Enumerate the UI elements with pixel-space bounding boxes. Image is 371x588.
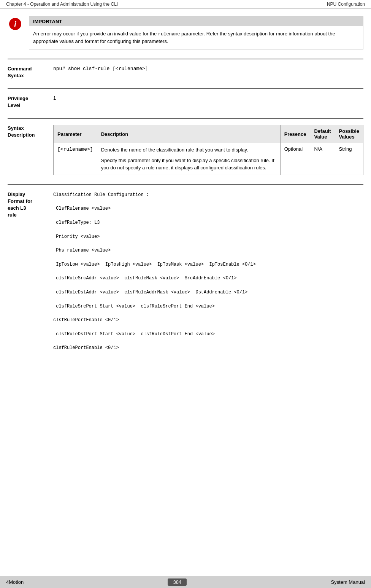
table-row: [<rulename>] Denotes the name of the cla…: [54, 143, 363, 175]
display-line-5: Phs rulename <value>: [53, 247, 363, 255]
syntax-table: Parameter Description Presence DefaultVa…: [53, 125, 363, 175]
table-header-row: Parameter Description Presence DefaultVa…: [54, 125, 363, 143]
col-default: DefaultValue: [310, 125, 335, 143]
col-possible: PossibleValues: [335, 125, 363, 143]
display-line-8: clsfRuleDstAddr <value> clsfRuleAddrMask…: [53, 288, 363, 297]
syntax-description-section: Syntax Description Parameter Description…: [8, 118, 363, 175]
presence-cell: Optional: [280, 143, 310, 175]
display-line-9: clsfRuleSrcPort Start <value> clsfRuleSr…: [53, 303, 363, 311]
display-format-body: Classification Rule Configuration : Clsf…: [53, 191, 363, 358]
param-cell: [<rulename>]: [54, 143, 97, 175]
important-content: IMPORTANT An error may occur if you prov…: [29, 16, 363, 49]
page-header: Chapter 4 - Operation and Administration…: [0, 0, 371, 9]
possible-cell: String: [335, 143, 363, 175]
header-left: Chapter 4 - Operation and Administration…: [6, 2, 118, 7]
header-right: NPU Configuration: [327, 2, 365, 7]
col-description: Description: [97, 125, 280, 143]
footer-center: 384: [168, 578, 187, 586]
privilege-section: Privilege Level 1: [8, 88, 363, 109]
important-text-before: An error may occur if you provide an inv…: [33, 31, 158, 37]
privilege-label: Privilege Level: [8, 95, 53, 109]
main-content: i IMPORTANT An error may occur if you pr…: [0, 9, 371, 375]
command-syntax-label: Command Syntax: [8, 65, 53, 79]
privilege-body: 1: [53, 95, 363, 101]
col-parameter: Parameter: [54, 125, 97, 143]
display-format-section: Display Format for each L3 rule Classifi…: [8, 184, 363, 358]
display-line-10: clsfRuleDstPort Start <value> clsfRuleDs…: [53, 330, 363, 339]
syntax-description-body: Parameter Description Presence DefaultVa…: [53, 125, 363, 175]
display-line-3: clsfRuleType: L3: [53, 219, 363, 227]
page-footer: 4Motion 384 System Manual: [0, 576, 371, 588]
display-line-10b: clsfRulePortEnable <0/1>: [53, 344, 363, 352]
info-icon: i: [9, 18, 21, 30]
important-header: IMPORTANT: [29, 17, 363, 26]
default-cell: N/A: [310, 143, 335, 175]
desc-cell: Denotes the name of the classification r…: [97, 143, 280, 175]
desc-p2: Specify this parameter only if you want …: [101, 157, 276, 172]
display-line-9b: clsfRulePortEnable <0/1>: [53, 316, 363, 325]
command-syntax-value: npu# show clsf-rule [<rulename>]: [53, 66, 148, 72]
command-syntax-body: npu# show clsf-rule [<rulename>]: [53, 65, 363, 72]
footer-left: 4Motion: [6, 579, 24, 585]
important-box: i IMPORTANT An error may occur if you pr…: [8, 16, 363, 49]
display-line-7: clsfRuleSrcAddr <value> clsfRuleMask <va…: [53, 274, 363, 283]
important-icon-container: i: [8, 16, 23, 32]
display-line-4: Priority <value>: [53, 233, 363, 241]
syntax-description-label: Syntax Description: [8, 125, 53, 139]
rulename-code: rulename: [158, 32, 180, 37]
display-line-2: ClsfRulename <value>: [53, 205, 363, 213]
col-presence: Presence: [280, 125, 310, 143]
important-body: An error may occur if you provide an inv…: [29, 26, 363, 49]
footer-right: System Manual: [331, 579, 365, 585]
display-format-label: Display Format for each L3 rule: [8, 191, 53, 219]
desc-p1: Denotes the name of the classification r…: [101, 146, 276, 154]
display-line-1: Classification Rule Configuration :: [53, 191, 363, 199]
display-line-6: IpTosLow <value> IpTosHigh <value> IpTos…: [53, 261, 363, 269]
command-syntax-section: Command Syntax npu# show clsf-rule [<rul…: [8, 59, 363, 79]
privilege-value: 1: [53, 95, 56, 101]
